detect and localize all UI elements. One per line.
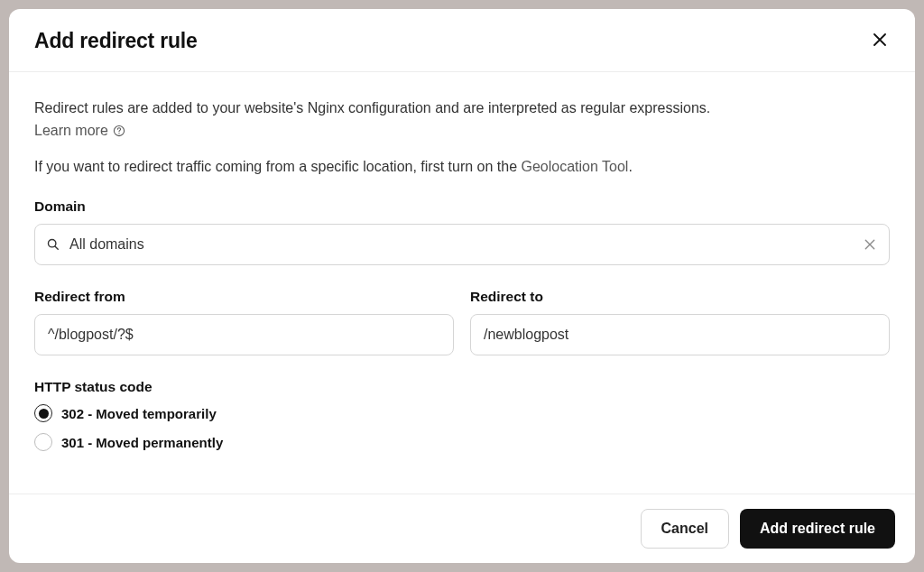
cancel-button[interactable]: Cancel	[641, 509, 729, 549]
domain-input[interactable]	[69, 236, 862, 253]
clear-domain-button[interactable]	[862, 236, 878, 253]
close-icon	[873, 32, 886, 51]
domain-label: Domain	[34, 198, 890, 215]
redirect-to-field: Redirect to	[470, 289, 890, 355]
geo-suffix: .	[628, 159, 632, 174]
learn-more-label: Learn more	[34, 123, 108, 139]
learn-more-link[interactable]: Learn more	[34, 123, 126, 139]
redirect-to-input[interactable]	[470, 314, 890, 355]
radio-302-label: 302 - Moved temporarily	[61, 406, 217, 421]
help-icon	[112, 124, 126, 138]
status-code-field: HTTP status code 302 - Moved temporarily…	[34, 379, 890, 451]
domain-input-wrap[interactable]	[34, 224, 890, 265]
svg-line-3	[55, 246, 58, 249]
radio-301-label: 301 - Moved permanently	[61, 435, 223, 450]
redirect-to-label: Redirect to	[470, 289, 890, 305]
geo-prefix: If you want to redirect traffic coming f…	[34, 159, 522, 174]
add-redirect-rule-modal: Add redirect rule Redirect rules are add…	[9, 9, 915, 563]
radio-302[interactable]: 302 - Moved temporarily	[34, 404, 890, 422]
close-button[interactable]	[870, 32, 890, 51]
modal-title: Add redirect rule	[34, 29, 198, 53]
search-icon	[46, 237, 60, 252]
clear-icon	[864, 237, 875, 253]
redirect-from-field: Redirect from	[34, 289, 454, 355]
svg-point-1	[118, 133, 119, 134]
add-redirect-rule-button[interactable]: Add redirect rule	[740, 509, 895, 549]
intro-text: Redirect rules are added to your website…	[34, 97, 890, 119]
status-code-label: HTTP status code	[34, 379, 890, 395]
status-code-radio-group: 302 - Moved temporarily 301 - Moved perm…	[34, 404, 890, 451]
redirect-from-label: Redirect from	[34, 289, 454, 305]
geolocation-hint: If you want to redirect traffic coming f…	[34, 159, 890, 175]
redirect-from-input[interactable]	[34, 314, 454, 355]
modal-footer: Cancel Add redirect rule	[9, 494, 915, 563]
modal-header: Add redirect rule	[9, 9, 915, 72]
domain-field: Domain	[34, 198, 890, 265]
radio-301[interactable]: 301 - Moved permanently	[34, 433, 890, 451]
radio-circle-checked-icon	[34, 404, 52, 422]
geolocation-tool-link[interactable]: Geolocation Tool	[522, 159, 629, 174]
radio-circle-unchecked-icon	[34, 433, 52, 451]
modal-body: Redirect rules are added to your website…	[9, 72, 915, 494]
redirect-row: Redirect from Redirect to	[34, 289, 890, 355]
